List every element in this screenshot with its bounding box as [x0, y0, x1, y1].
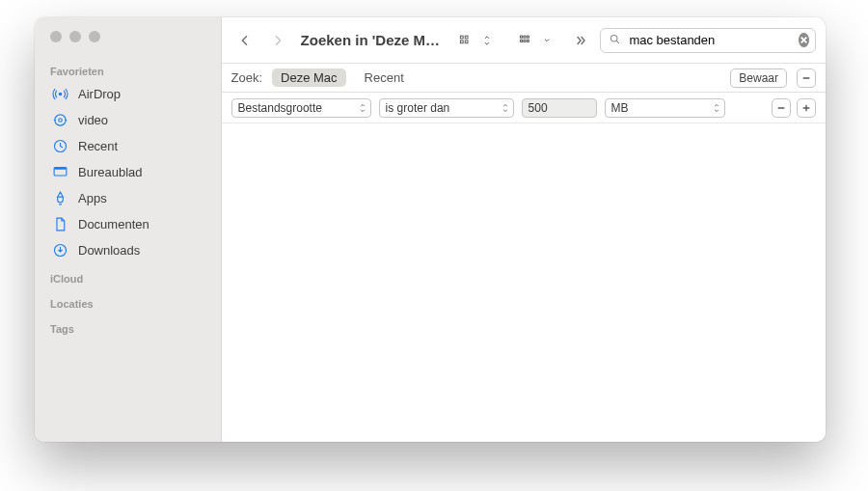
- search-scope-bar: Zoek: Deze Mac Recent Bewaar: [222, 64, 826, 93]
- sidebar-item-label: Apps: [78, 191, 107, 205]
- criteria-unit-select[interactable]: MB: [605, 98, 725, 118]
- window-title: Zoeken in 'Deze M…: [297, 32, 448, 48]
- svg-rect-16: [528, 40, 529, 41]
- desktop-icon: [52, 164, 68, 180]
- save-search-button[interactable]: Bewaar: [730, 68, 787, 88]
- document-icon: [52, 216, 68, 232]
- criteria-add-button[interactable]: [797, 98, 816, 118]
- sidebar-item-desktop[interactable]: Bureaublad: [42, 159, 213, 185]
- criteria-operator-select[interactable]: is groter dan: [379, 98, 514, 118]
- back-button[interactable]: [231, 27, 258, 54]
- sidebar-section-locations[interactable]: Locaties: [35, 288, 221, 314]
- svg-rect-5: [54, 168, 67, 170]
- results-area: [222, 123, 826, 442]
- sidebar-section-icloud[interactable]: iCloud: [35, 263, 221, 288]
- updown-icon: [713, 102, 720, 114]
- sidebar-item-airdrop[interactable]: AirDrop: [42, 81, 213, 107]
- group-by-button[interactable]: [513, 34, 561, 47]
- search-input[interactable]: [627, 32, 793, 48]
- svg-rect-15: [524, 40, 526, 41]
- view-mode-button[interactable]: [453, 34, 502, 47]
- criteria-remove-button[interactable]: [772, 98, 791, 118]
- sidebar-item-documents[interactable]: Documenten: [42, 211, 213, 237]
- window-controls: [35, 31, 221, 56]
- updown-icon: [478, 34, 496, 47]
- svg-point-17: [611, 35, 618, 41]
- sidebar-item-downloads[interactable]: Downloads: [42, 237, 213, 263]
- criteria-operator-value: is groter dan: [386, 101, 450, 115]
- search-criteria-row: Bestandsgrootte is groter dan MB: [222, 93, 826, 123]
- criteria-value-input[interactable]: [522, 98, 597, 118]
- svg-rect-12: [524, 36, 526, 38]
- scope-label: Zoek:: [231, 70, 263, 85]
- sidebar-item-label: AirDrop: [78, 87, 121, 101]
- search-icon: [609, 33, 621, 48]
- svg-rect-9: [461, 41, 464, 43]
- scope-option-recent[interactable]: Recent: [356, 68, 413, 87]
- toolbar-overflow-button[interactable]: [567, 27, 594, 54]
- sidebar-section-favorites: Favorieten: [35, 56, 221, 81]
- criteria-unit-value: MB: [611, 101, 629, 115]
- svg-point-2: [59, 119, 63, 123]
- minimize-window-button[interactable]: [69, 31, 81, 42]
- video-icon: [52, 112, 68, 128]
- scope-option-this-mac[interactable]: Deze Mac: [272, 68, 346, 87]
- apps-icon: [52, 190, 68, 206]
- forward-button[interactable]: [264, 27, 291, 54]
- svg-rect-11: [521, 36, 523, 38]
- updown-icon: [502, 102, 509, 114]
- close-window-button[interactable]: [50, 31, 62, 42]
- sidebar-item-label: Downloads: [78, 243, 140, 258]
- criteria-attribute-value: Bestandsgrootte: [238, 101, 322, 115]
- sidebar-section-tags[interactable]: Tags: [35, 314, 221, 339]
- sidebar-item-label: Bureaublad: [78, 165, 143, 179]
- svg-rect-7: [461, 36, 464, 39]
- svg-point-0: [59, 93, 63, 96]
- sidebar-item-label: Recent: [78, 139, 118, 153]
- airdrop-icon: [52, 86, 68, 102]
- toolbar: Zoeken in 'Deze M…: [222, 17, 826, 64]
- chevron-down-icon: [538, 34, 556, 47]
- remove-criteria-row-button[interactable]: [797, 68, 816, 88]
- sidebar-item-apps[interactable]: Apps: [42, 185, 213, 211]
- search-field[interactable]: [600, 28, 816, 53]
- sidebar-item-recent[interactable]: Recent: [42, 133, 213, 159]
- criteria-attribute-select[interactable]: Bestandsgrootte: [231, 98, 371, 118]
- sidebar-favorites-list: AirDrop video Recent Bureaublad: [35, 81, 221, 263]
- sidebar: Favorieten AirDrop video Recent: [35, 17, 222, 442]
- svg-rect-8: [466, 36, 469, 39]
- svg-point-1: [55, 115, 66, 125]
- sidebar-item-label: video: [78, 113, 108, 127]
- updown-icon: [359, 102, 366, 114]
- svg-rect-14: [521, 40, 523, 41]
- clock-icon: [52, 138, 68, 154]
- svg-rect-13: [528, 36, 529, 38]
- svg-rect-10: [466, 41, 469, 43]
- sidebar-item-video[interactable]: video: [42, 107, 213, 133]
- sidebar-item-label: Documenten: [78, 217, 149, 232]
- main-panel: Zoeken in 'Deze M…: [222, 17, 826, 442]
- clear-search-button[interactable]: [799, 33, 809, 47]
- zoom-window-button[interactable]: [89, 31, 100, 42]
- finder-window: Favorieten AirDrop video Recent: [35, 17, 826, 442]
- download-icon: [52, 242, 68, 259]
